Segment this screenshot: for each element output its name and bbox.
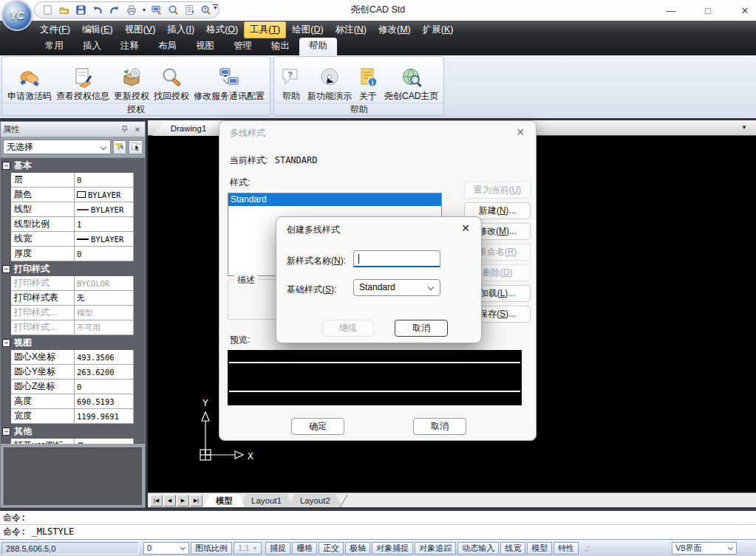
create-dialog-close-icon[interactable]: ✕ — [459, 222, 472, 235]
toggle-properties[interactable]: 特性 — [554, 542, 579, 555]
lineweight-swatch — [77, 238, 89, 240]
layout-tab-模型[interactable]: 模型 — [204, 494, 245, 507]
property-value[interactable]: 0 — [75, 247, 134, 261]
menu-item-format[interactable]: 格式(O) — [200, 21, 244, 38]
first-tab-button[interactable]: |◀ — [150, 495, 163, 507]
find-license-icon — [160, 66, 183, 89]
maximize-icon[interactable]: □ — [701, 5, 715, 16]
continue-button[interactable]: 继续 — [322, 320, 374, 337]
property-value[interactable]: 263.6200 — [75, 365, 134, 380]
document-tab-list-icon[interactable]: ▼ — [741, 124, 747, 131]
ok-button[interactable]: 确定 — [291, 418, 344, 435]
menu-item-file[interactable]: 文件(F) — [34, 21, 76, 38]
menu-item-tools[interactable]: 工具(T) — [244, 21, 286, 38]
ribbon-button-cad-homepage[interactable]: 尧创CAD主页 — [382, 66, 440, 102]
property-section-header[interactable]: −打印样式 — [1, 261, 145, 276]
property-value[interactable]: 不可用 — [75, 320, 134, 335]
property-value[interactable]: BYLAYER — [75, 202, 134, 217]
property-value[interactable]: 0 — [75, 173, 134, 188]
next-tab-button[interactable]: ▶ — [177, 495, 189, 507]
create-cancel-button[interactable]: 取消 — [395, 320, 448, 337]
menu-item-modify[interactable]: 修改(M) — [372, 21, 417, 38]
property-section-header[interactable]: −视图 — [1, 335, 145, 350]
toggle-model[interactable]: 模型 — [527, 542, 552, 555]
menu-item-insert[interactable]: 插入(I) — [161, 21, 200, 38]
toggle-dynamic-input[interactable]: 动态输入 — [457, 542, 499, 555]
quick-select-icon[interactable] — [113, 140, 127, 154]
style-list-item[interactable]: Standard — [228, 193, 441, 206]
ribbon-tab-help[interactable]: 帮助 — [299, 38, 337, 55]
toggle-object-snap[interactable]: 对象捕捉 — [372, 542, 413, 555]
toggle-grid[interactable]: 栅格 — [292, 542, 317, 555]
app-menu-logo[interactable]: YC — [1, 0, 33, 31]
set-current-button[interactable]: 置为当前(U) — [464, 182, 531, 199]
ribbon-group-license: 申请激活码查看授权信息更新授权找回授权修改服务通讯配置授权 — [1, 56, 270, 116]
pin-icon[interactable] — [120, 124, 130, 134]
mlstyle-close-icon[interactable]: ✕ — [514, 126, 527, 139]
base-style-select[interactable]: Standard — [353, 279, 440, 296]
document-tab[interactable]: Drawing1 — [152, 122, 219, 136]
toggle-lineweight[interactable]: 线宽 — [500, 542, 525, 555]
ribbon-tab-home[interactable]: 常用 — [35, 38, 73, 55]
menu-item-dimension[interactable]: 标注(N) — [330, 21, 372, 38]
layout-tab-layout2[interactable]: Layout2 — [288, 494, 342, 507]
layer-combo[interactable]: 0 — [143, 542, 189, 555]
previous-tab-button[interactable]: ◀ — [163, 495, 176, 507]
property-value[interactable]: 0 — [75, 380, 134, 394]
scale-combo[interactable]: 1:1▼ — [234, 542, 262, 555]
layout-tab-layout1[interactable]: Layout1 — [239, 494, 293, 507]
ribbon-tab-layout[interactable]: 布局 — [149, 38, 186, 55]
property-value[interactable]: 无 — [75, 291, 134, 306]
collapse-icon[interactable]: − — [2, 339, 10, 347]
ribbon-button-renew-license[interactable]: 更新授权 — [112, 66, 151, 102]
menu-item-view[interactable]: 视图(V) — [119, 21, 162, 38]
property-value[interactable]: 1 — [75, 217, 134, 232]
collapse-icon[interactable]: − — [2, 428, 10, 436]
toggle-object-track[interactable]: 对象追踪 — [415, 542, 456, 555]
close-icon[interactable]: ✕ — [738, 5, 752, 16]
toggle-snap[interactable]: 捕捉 — [265, 542, 290, 555]
ribbon-tab-insert[interactable]: 插入 — [73, 38, 111, 55]
command-line-panel[interactable]: 命令: 命令: _MLSTYLE — [0, 509, 756, 539]
minimize-icon[interactable]: — — [664, 5, 678, 16]
ribbon-button-help[interactable]: ?帮助 — [277, 66, 305, 102]
ribbon-button-modify-service-config[interactable]: 修改服务通讯配置 — [191, 66, 267, 102]
property-section-header[interactable]: −基本 — [1, 158, 145, 173]
ribbon-button-new-features-demo[interactable]: 新功能演示 — [305, 66, 354, 102]
ribbon-button-about[interactable]: i关于 — [354, 66, 382, 102]
property-value[interactable]: BYLAYER — [75, 232, 134, 247]
property-value[interactable]: 1199.9691 — [75, 409, 134, 424]
new-style-name-input[interactable] — [353, 250, 440, 267]
property-value[interactable]: BYCOLOR — [75, 276, 134, 291]
base-style-label: 基础样式(S): — [287, 284, 336, 296]
property-value[interactable]: 是 — [75, 439, 134, 444]
property-section-header[interactable]: −其他 — [1, 424, 145, 439]
layout-tab-bar: |◀◀▶▶|模型Layout1Layout2 — [148, 492, 756, 507]
property-value[interactable]: 模型 — [75, 306, 134, 320]
property-value[interactable]: 690.5193 — [75, 394, 134, 409]
close-panel-icon[interactable]: ✕ — [132, 124, 143, 134]
menu-item-draw[interactable]: 绘图(D) — [286, 21, 329, 38]
command-prompt[interactable]: 命令: _MLSTYLE — [0, 525, 756, 539]
paper-scale-button[interactable]: 图纸比例 — [191, 542, 232, 555]
collapse-icon[interactable]: − — [2, 162, 10, 170]
collapse-icon[interactable]: − — [2, 265, 10, 273]
ribbon-button-recover-license[interactable]: 找回授权 — [151, 66, 191, 102]
ribbon-tab-view[interactable]: 视图 — [186, 38, 224, 55]
menu-item-edit[interactable]: 编辑(E) — [76, 21, 119, 38]
cancel-button[interactable]: 取消 — [413, 418, 466, 435]
property-value[interactable]: 493.3506 — [75, 350, 134, 365]
ribbon-tab-output[interactable]: 输出 — [262, 38, 299, 55]
ribbon-button-request-activation[interactable]: 申请激活码 — [5, 66, 54, 102]
selection-combo[interactable]: 无选择 — [3, 140, 111, 154]
ui-scheme-combo[interactable]: V8界面 — [672, 542, 737, 555]
select-objects-icon[interactable] — [129, 140, 143, 154]
last-tab-button[interactable]: ▶| — [190, 495, 202, 507]
ribbon-tab-annotate[interactable]: 注释 — [111, 38, 149, 55]
toggle-ortho[interactable]: 正交 — [319, 542, 344, 555]
toggle-polar[interactable]: 极轴 — [345, 542, 370, 555]
property-value[interactable]: BYLAYER — [75, 188, 134, 202]
ribbon-button-view-license-info[interactable]: 查看授权信息 — [54, 66, 112, 102]
ribbon-tab-manage[interactable]: 管理 — [224, 38, 262, 55]
menu-item-extend[interactable]: 扩展(K) — [417, 21, 460, 38]
